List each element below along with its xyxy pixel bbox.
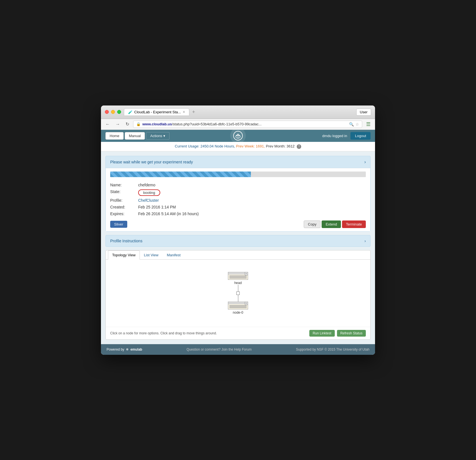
node0-label: node-0 [233, 311, 243, 315]
topology-actions: Run Linktest Refresh Status [309, 330, 366, 337]
node-line [229, 308, 247, 308]
user-info: dmdu logged in Logout [322, 132, 371, 140]
logout-button[interactable]: Logout [350, 132, 371, 140]
title-bar: 🧪 CloudLab - Experiment Sta... ✕ + User [101, 105, 375, 119]
logged-in-text: dmdu logged in [322, 134, 347, 138]
main-content: Please wait while we get your experiment… [101, 151, 375, 344]
status-panel: Please wait while we get your experiment… [105, 156, 371, 232]
secure-icon: 🔒 [136, 122, 141, 126]
traffic-lights [105, 110, 121, 114]
home-button[interactable]: Home [105, 132, 124, 140]
topology-hint: Click on a node for more options. Click … [110, 331, 217, 335]
connector-line-top [238, 285, 238, 292]
manual-button[interactable]: Manual [125, 132, 145, 140]
tab-nav: Topology View List View Manifest [106, 250, 370, 260]
actions-dropdown[interactable]: Actions ▾ [146, 132, 169, 140]
topology-section: Topology View List View Manifest − [105, 250, 371, 340]
state-value: booting [138, 189, 160, 196]
help-icon[interactable]: ? [297, 144, 301, 149]
name-value: chefdemo [138, 183, 155, 187]
forward-button[interactable]: → [114, 121, 122, 127]
prev-month-text: Prev Month: 3612 [266, 144, 295, 148]
tab-bar: 🧪 CloudLab - Experiment Sta... ✕ + [124, 108, 354, 116]
bookmark-icon[interactable]: ☆ [355, 122, 359, 126]
cloudlab-logo [230, 128, 246, 144]
head-node-label: head [234, 281, 242, 285]
right-actions: Copy Extend Terminate [304, 220, 366, 228]
action-row: Sliver Copy Extend Terminate [110, 220, 366, 228]
powered-by-text: Powered by [107, 348, 124, 351]
progress-bar-fill [110, 172, 251, 177]
topology-bottom: Click on a node for more options. Click … [106, 327, 370, 339]
node-0[interactable]: − [228, 302, 248, 309]
profile-chevron-icon: › [364, 239, 366, 243]
sliver-button[interactable]: Sliver [110, 221, 127, 228]
connector [236, 285, 240, 302]
app-header: Home Manual Actions ▾ dmdu logged in Log… [101, 130, 375, 142]
menu-button[interactable]: ☰ [364, 121, 372, 128]
search-icon[interactable]: 🔍 [349, 122, 354, 126]
tab-title: CloudLab - Experiment Sta... [134, 110, 181, 114]
profile-row: Profile: ChefCluster [110, 197, 366, 204]
state-row: State: booting [110, 188, 366, 197]
tab-icon: 🧪 [128, 110, 133, 114]
run-linktest-button[interactable]: Run Linktest [309, 330, 335, 337]
extend-button[interactable]: Extend [322, 220, 341, 228]
node-line [229, 305, 247, 306]
emulab-text: emulab [130, 348, 142, 351]
connector-box [236, 292, 240, 295]
browser-window: 🧪 CloudLab - Experiment Sta... ✕ + User … [101, 105, 375, 355]
node-line [229, 276, 247, 276]
chevron-down-icon: ▾ [163, 134, 165, 138]
maximize-button[interactable] [117, 110, 121, 114]
new-tab-button[interactable]: + [191, 109, 196, 115]
topology-diagram: − head [228, 272, 248, 315]
address-bar[interactable]: 🔒 www.cloudlab.us/status.php?uuid=53b4d1… [133, 121, 362, 128]
close-button[interactable] [105, 110, 109, 114]
tab-close-icon[interactable]: ✕ [183, 110, 185, 114]
progress-area: Name: chefdemo State: booting Profile: C… [106, 168, 370, 231]
node-line [229, 306, 247, 307]
minimize-button[interactable] [111, 110, 115, 114]
tab-topology[interactable]: Topology View [108, 250, 140, 260]
node0-collapse[interactable]: − [245, 302, 248, 305]
created-label: Created: [110, 205, 138, 209]
current-usage-text: Current Usage: 2450.04 Node Hours, [175, 144, 235, 148]
chevron-right-icon: › [364, 159, 366, 165]
node-line [229, 278, 247, 278]
expires-value: Feb 26 2016 5:14 AM (in 16 hours) [138, 212, 199, 216]
footer-logo: Powered by ❄ emulab [107, 348, 142, 351]
connector-line-bottom [238, 295, 238, 302]
prev-week-text: Prev Week: 1691, [236, 144, 265, 148]
reload-button[interactable]: ↻ [124, 121, 131, 127]
emulab-snowflake-icon: ❄ [126, 348, 129, 351]
address-text: www.cloudlab.us/status.php?uuid=53b4d1a6… [142, 122, 347, 126]
profile-instructions-text: Profile Instructions [110, 239, 142, 243]
tab-manifest[interactable]: Manifest [162, 250, 185, 260]
state-badge: booting [138, 189, 160, 196]
copy-button[interactable]: Copy [304, 220, 321, 228]
profile-panel: Profile Instructions › [105, 235, 371, 247]
head-node[interactable]: − [228, 272, 248, 280]
expires-label: Expires: [110, 212, 138, 216]
node-line [229, 277, 247, 277]
profile-header[interactable]: Profile Instructions › [106, 235, 370, 247]
tab-list[interactable]: List View [140, 250, 163, 260]
profile-link[interactable]: ChefCluster [138, 198, 159, 203]
status-header[interactable]: Please wait while we get your experiment… [106, 156, 370, 168]
back-button[interactable]: ← [104, 121, 112, 127]
head-node-collapse[interactable]: − [245, 272, 248, 275]
refresh-status-button[interactable]: Refresh Status [337, 330, 366, 337]
user-button[interactable]: User [356, 109, 371, 116]
created-row: Created: Feb 25 2016 1:14 PM [110, 204, 366, 210]
footer-question-text[interactable]: Question or comment? Join the Help Forum [187, 348, 252, 351]
browser-tab[interactable]: 🧪 CloudLab - Experiment Sta... ✕ [124, 108, 189, 116]
nav-links: Home Manual Actions ▾ [105, 132, 169, 140]
state-label: State: [110, 189, 138, 196]
experiment-info: Name: chefdemo State: booting Profile: C… [110, 182, 366, 217]
logo-area [230, 128, 246, 144]
created-value: Feb 25 2016 1:14 PM [138, 205, 176, 209]
address-icons: 🔍 ☆ [349, 122, 359, 126]
status-header-text: Please wait while we get your experiment… [110, 160, 193, 164]
terminate-button[interactable]: Terminate [342, 220, 366, 228]
